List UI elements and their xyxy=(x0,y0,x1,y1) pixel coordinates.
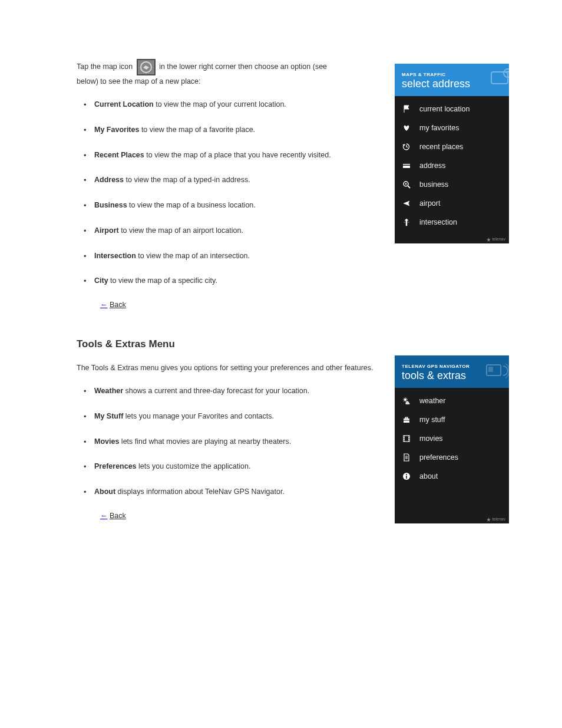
screenshot-tools-extras: TELENAV GPS NAVIGATOR tools & extras wea… xyxy=(395,355,509,523)
info-icon xyxy=(402,472,411,481)
panel-footer: telenav xyxy=(395,515,509,523)
back-link-text: Back xyxy=(110,301,126,309)
option-desc: to view the map of a typed-in address. xyxy=(124,176,250,184)
menu-item-label: my stuff xyxy=(419,416,445,424)
menu-item-label: weather xyxy=(419,397,445,405)
intro-text-line2: below) to see the map of a new place: xyxy=(77,77,201,85)
header-graphic-icon xyxy=(484,359,509,387)
option-desc: to view the map of a favorite place. xyxy=(139,126,255,134)
menu-item-label: recent places xyxy=(419,143,463,151)
menu-item-my-favorites[interactable]: my favorites xyxy=(395,118,509,137)
panel-header: MAPS & TRAFFIC select address xyxy=(395,64,509,96)
header-graphic-icon xyxy=(488,67,509,95)
option-label: Intersection xyxy=(94,252,136,260)
option-desc: shows a current and three-day forecast f… xyxy=(123,387,309,395)
card-icon xyxy=(402,161,411,170)
menu-item-airport[interactable]: airport xyxy=(395,194,509,213)
svg-rect-4 xyxy=(403,165,410,166)
list-item: Address to view the map of a typed-in ad… xyxy=(94,174,365,186)
list-item: Current Location to view the map of your… xyxy=(94,99,365,110)
menu-item-label: airport xyxy=(419,199,440,207)
menu-item-label: preferences xyxy=(419,453,458,462)
flag-icon xyxy=(402,104,411,114)
section-heading-tools-extras: Tools & Extras Menu xyxy=(77,338,509,350)
svg-point-7 xyxy=(405,183,407,185)
option-label: My Stuff xyxy=(94,412,123,420)
option-desc: to view the map of a business location. xyxy=(127,201,256,209)
option-label: My Favorites xyxy=(94,126,139,134)
option-desc: lets you customize the application. xyxy=(137,462,251,470)
intro-text-prefix: Tap the map icon xyxy=(77,62,135,71)
svg-line-6 xyxy=(408,186,410,188)
menu-item-my-stuff[interactable]: my stuff xyxy=(395,410,509,429)
screenshot-select-address: MAPS & TRAFFIC select address current lo… xyxy=(395,64,509,243)
menu-item-label: address xyxy=(419,162,445,170)
menu-item-movies[interactable]: movies xyxy=(395,429,509,448)
svg-rect-27 xyxy=(406,476,407,479)
option-label: Recent Places xyxy=(94,151,144,159)
list-item: Weather shows a current and three-day fo… xyxy=(94,386,365,397)
svg-rect-9 xyxy=(488,367,493,372)
back-link[interactable]: ← Back xyxy=(100,301,509,309)
menu-item-intersection[interactable]: intersection xyxy=(395,213,509,232)
telenav-logo-icon xyxy=(487,238,491,242)
list-item: About displays information about TeleNav… xyxy=(94,486,365,498)
svg-rect-3 xyxy=(403,164,410,168)
option-desc: to view the map of an intersection. xyxy=(136,252,250,260)
recent-icon xyxy=(402,142,411,151)
menu-item-label: my favorites xyxy=(419,124,459,132)
list-item: Intersection to view the map of an inter… xyxy=(94,251,365,262)
option-label: Weather xyxy=(94,387,123,395)
list-item: My Stuff lets you manage your Favorites … xyxy=(94,411,365,422)
menu-item-weather[interactable]: weather xyxy=(395,391,509,410)
search-icon xyxy=(402,180,411,189)
option-label: Airport xyxy=(94,226,119,235)
menu-item-recent-places[interactable]: recent places xyxy=(395,137,509,156)
menu-item-label: about xyxy=(419,472,438,480)
option-desc: to view the map of your current location… xyxy=(154,100,286,108)
panel-title: select address xyxy=(402,78,502,90)
option-label: Business xyxy=(94,201,127,209)
menu-item-business[interactable]: business xyxy=(395,175,509,194)
menu-item-label: business xyxy=(419,180,448,189)
option-desc: displays information about TeleNav GPS N… xyxy=(115,487,285,496)
panel-footer: telenav xyxy=(395,235,509,243)
list-item: Movies lets find what movies are playing… xyxy=(94,436,365,447)
svg-rect-12 xyxy=(405,417,408,419)
menu-item-current-location[interactable]: current location xyxy=(395,100,509,118)
footer-text: telenav xyxy=(492,517,505,521)
panel-eyebrow: MAPS & TRAFFIC xyxy=(402,72,502,77)
menu-item-address[interactable]: address xyxy=(395,156,509,175)
menu-item-label: current location xyxy=(419,105,470,113)
heart-icon xyxy=(402,123,411,133)
telenav-logo-icon xyxy=(487,518,491,522)
back-arrow-icon: ← xyxy=(100,301,108,309)
back-arrow-icon: ← xyxy=(100,512,108,520)
list-item: Business to view the map of a business l… xyxy=(94,200,365,211)
panel-list: weather my stuff movies preferences abou… xyxy=(395,388,509,515)
back-link-text: Back xyxy=(110,512,126,520)
menu-item-about[interactable]: about xyxy=(395,467,509,486)
option-desc: lets you manage your Favorites and conta… xyxy=(123,412,274,420)
svg-point-28 xyxy=(406,474,407,475)
option-label: About xyxy=(94,487,115,496)
movie-icon xyxy=(402,434,411,443)
option-label: City xyxy=(94,276,108,285)
briefcase-icon xyxy=(402,415,411,424)
list-item: City to view the map of a specific city. xyxy=(94,275,365,286)
menu-item-label: intersection xyxy=(419,218,457,226)
option-label: Preferences xyxy=(94,462,137,470)
panel-list: current location my favorites recent pla… xyxy=(395,96,509,235)
panel-header: TELENAV GPS NAVIGATOR tools & extras xyxy=(395,355,509,388)
footer-text: telenav xyxy=(492,237,505,241)
intro-text-suffix: in the lower right corner then choose an… xyxy=(159,62,327,71)
document-icon xyxy=(402,453,411,462)
option-desc: lets find what movies are playing at nea… xyxy=(119,437,291,446)
option-desc: to view the map of a place that you have… xyxy=(144,151,331,159)
option-label: Current Location xyxy=(94,100,154,108)
intersection-icon xyxy=(402,218,411,227)
list-item: Preferences lets you customize the appli… xyxy=(94,461,365,472)
menu-item-preferences[interactable]: preferences xyxy=(395,448,509,467)
svg-point-10 xyxy=(404,398,407,401)
plane-icon xyxy=(402,199,411,208)
